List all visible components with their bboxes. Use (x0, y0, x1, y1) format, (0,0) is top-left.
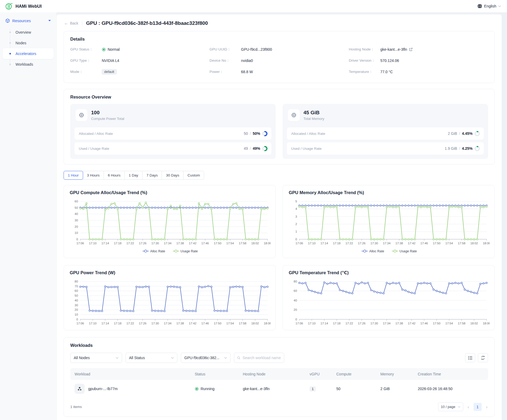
refresh-button[interactable] (478, 353, 488, 362)
chart-card-memory: GPU Memory Alloc/Usage Trend (%)01234517… (283, 185, 495, 258)
svg-text:50: 50 (75, 294, 78, 297)
status-cell: Running (190, 387, 239, 391)
gpu-chip-icon (291, 112, 297, 118)
svg-text:2: 2 (295, 222, 297, 226)
column-settings-button[interactable] (465, 353, 475, 362)
svg-text:17:18: 17:18 (333, 322, 341, 325)
time-range-tab-3-hours[interactable]: 3 Hours (83, 171, 104, 180)
resource-rate-row: Allocated / Alloc Rate2 GiB/4.45% (287, 127, 484, 140)
workloads-actions (465, 353, 488, 362)
donut-gauge (474, 146, 480, 151)
search-input[interactable] (243, 356, 281, 360)
svg-text:17:58: 17:58 (239, 322, 246, 325)
svg-text:17:22: 17:22 (345, 322, 353, 325)
language-selector[interactable]: English (477, 4, 501, 9)
svg-text:17:10: 17:10 (308, 242, 315, 245)
prev-page-button[interactable]: ‹ (467, 404, 470, 410)
svg-text:Usage Rate: Usage Rate (400, 249, 417, 253)
detail-value[interactable]: gke-kant...e-3fln (380, 47, 413, 52)
node-filter-select[interactable]: All Nodes (70, 353, 122, 363)
chart-title-memory: GPU Memory Alloc/Usage Trend (%) (289, 190, 490, 195)
time-range-tab-6-hours[interactable]: 6 Hours (104, 171, 125, 180)
svg-text:17:38: 17:38 (176, 242, 184, 245)
svg-text:Alloc Rate: Alloc Rate (150, 249, 165, 253)
svg-text:80: 80 (294, 280, 297, 283)
time-range-tab-custom[interactable]: Custom (183, 171, 204, 180)
time-range-tab-7-days[interactable]: 7 Days (142, 171, 162, 180)
status-filter-select[interactable]: All Status (126, 353, 177, 363)
svg-text:17:30: 17:30 (370, 242, 378, 245)
svg-text:80: 80 (75, 280, 78, 283)
chart-title-temperature: GPU Temperature Trend (℃) (289, 270, 490, 275)
sidebar: Resources OverviewNodesAcceleratorsWorkl… (0, 12, 57, 420)
resource-total-label: Total Memory (303, 117, 324, 121)
sidebar-menu: OverviewNodesAcceleratorsWorkloads (3, 27, 54, 70)
gpu-chip-icon (79, 112, 84, 118)
sidebar-item-overview[interactable]: Overview (3, 27, 54, 38)
chart-plot-memory: 01234517:0617:1017:1417:1817:2217:2617:3… (288, 198, 490, 256)
search-icon (237, 356, 240, 360)
detail-value: 77.0 °C (380, 70, 393, 74)
svg-text:17:22: 17:22 (345, 242, 353, 245)
current-page[interactable]: 1 (474, 403, 482, 411)
svg-text:20: 20 (75, 225, 78, 228)
column-settings-icon (468, 356, 473, 360)
chevron-down-icon (116, 357, 119, 359)
workload-cell[interactable]: gpuburn-...-lb77m (70, 384, 190, 394)
time-range-tab-1-hour[interactable]: 1 Hour (64, 171, 83, 180)
status-dot-icon (195, 387, 199, 391)
detail-value: default (102, 69, 117, 74)
details-fields: GPU Status：NormalGPU UUID：GPU-f9cd...23f… (70, 44, 488, 77)
workload-name[interactable]: gpuburn-...-lb77m (88, 387, 118, 391)
resource-rate-row: Used / Usage Rate49/49% (75, 142, 271, 155)
svg-text:17:58: 17:58 (458, 322, 465, 325)
next-page-button[interactable]: › (485, 404, 488, 410)
rate-amount: 50 (244, 131, 248, 136)
sidebar-item-accelerators[interactable]: Accelerators (3, 48, 54, 59)
column-header-status: Status (190, 372, 239, 376)
refresh-icon (481, 355, 485, 360)
detail-label: GPU Type： (70, 58, 102, 63)
svg-text:17:58: 17:58 (458, 242, 465, 245)
rate-amount: 49 (244, 146, 248, 151)
sidebar-item-nodes[interactable]: Nodes (3, 38, 54, 48)
svg-text:20: 20 (294, 308, 297, 312)
sidebar-item-label: Accelerators (15, 52, 36, 56)
rate-row-value: 1.9 GiB/4.25% (445, 146, 480, 151)
time-range-tab-30-days[interactable]: 30 Days (162, 171, 184, 180)
compute-cell: 50 (332, 387, 376, 391)
back-button[interactable]: ← Back (64, 21, 78, 25)
page-size-select[interactable]: 10 / page (438, 402, 463, 411)
gpu-filter-select[interactable]: GPU-f9cd036c-382... (181, 353, 231, 363)
detail-label: Temperature： (349, 69, 380, 74)
sidebar-item-dot (9, 64, 11, 65)
language-label: English (484, 4, 496, 8)
divider (82, 21, 82, 26)
svg-text:17:10: 17:10 (308, 322, 315, 325)
sidebar-item-workloads[interactable]: Workloads (3, 59, 54, 70)
svg-text:17:42: 17:42 (408, 242, 415, 245)
table-row[interactable]: gpuburn-...-lb77mRunninggke-kant...e-3fl… (70, 380, 488, 398)
svg-text:Usage Rate: Usage Rate (181, 249, 198, 253)
svg-text:0: 0 (295, 238, 297, 241)
svg-text:17:14: 17:14 (102, 322, 109, 325)
svg-text:17:18: 17:18 (333, 242, 341, 245)
workload-avatar (75, 384, 85, 394)
sidebar-item-resources[interactable]: Resources (3, 16, 54, 25)
svg-text:17:34: 17:34 (383, 242, 391, 245)
svg-text:17:22: 17:22 (126, 242, 134, 245)
resource-card-icon (288, 109, 300, 121)
resource-card-total-memory: 45 GiBTotal MemoryAllocated / Alloc Rate… (283, 104, 488, 159)
detail-label: GPU Status： (70, 47, 102, 52)
rate-row-value: 2 GiB/4.45% (448, 131, 480, 136)
time-range-tab-1-day[interactable]: 1 Day (124, 171, 142, 180)
detail-value: GPU-f9cd...23f800 (241, 47, 272, 52)
detail-value-text: nvidia0 (241, 58, 253, 63)
detail-field-gpu-type: GPU Type：NVIDIA L4 (70, 55, 209, 66)
details-card: Details GPU Status：NormalGPU UUID：GPU-f9… (64, 31, 495, 83)
resource-card-totals: 100Compute Power Total (91, 110, 124, 121)
svg-text:60: 60 (75, 289, 78, 293)
svg-text:60: 60 (75, 200, 78, 203)
svg-text:17:14: 17:14 (102, 242, 109, 245)
svg-text:18:06: 18:06 (483, 322, 490, 325)
